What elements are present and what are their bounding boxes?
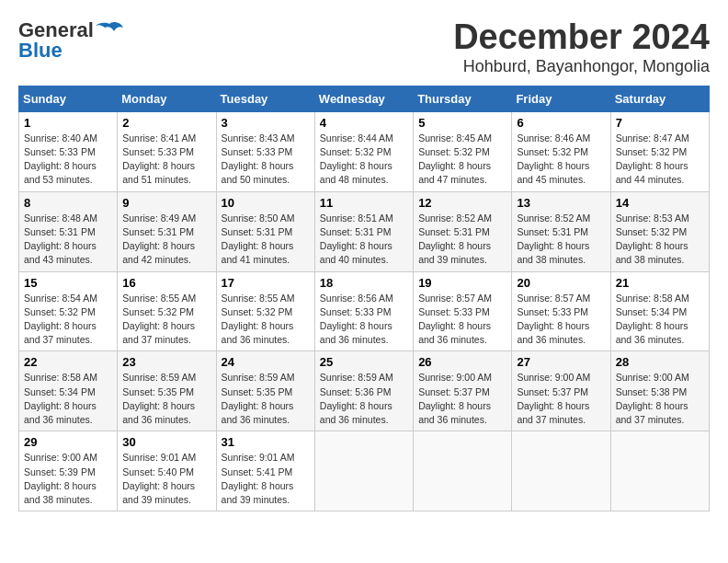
calendar-table: SundayMondayTuesdayWednesdayThursdayFrid… [18,86,710,511]
day-number: 1 [24,116,112,130]
weekday-header-monday: Monday [118,86,216,111]
day-number: 20 [517,276,605,290]
calendar-cell: 4 Sunrise: 8:44 AMSunset: 5:32 PMDayligh… [314,111,413,191]
logo: General Blue [18,18,123,63]
day-info: Sunrise: 8:52 AMSunset: 5:31 PMDaylight:… [517,213,590,266]
location-subtitle: Hohburd, Bayanhongor, Mongolia [453,57,710,76]
day-info: Sunrise: 9:01 AMSunset: 5:40 PMDaylight:… [122,452,196,505]
day-number: 5 [418,116,506,130]
calendar-cell: 23 Sunrise: 8:59 AMSunset: 5:35 PMDaylig… [118,351,216,431]
calendar-cell [512,431,610,511]
day-number: 30 [122,435,210,449]
calendar-cell: 12 Sunrise: 8:52 AMSunset: 5:31 PMDaylig… [414,191,512,271]
day-number: 4 [320,116,408,130]
day-info: Sunrise: 8:59 AMSunset: 5:36 PMDaylight:… [320,372,393,425]
calendar-week-row: 29 Sunrise: 9:00 AMSunset: 5:39 PMDaylig… [19,431,710,511]
day-number: 18 [320,276,408,290]
calendar-cell: 26 Sunrise: 9:00 AMSunset: 5:37 PMDaylig… [414,351,512,431]
weekday-header-thursday: Thursday [414,86,512,111]
calendar-cell [610,431,709,511]
day-number: 14 [616,196,704,210]
day-info: Sunrise: 8:50 AMSunset: 5:31 PMDaylight:… [222,213,295,266]
day-number: 17 [222,276,310,290]
day-info: Sunrise: 8:54 AMSunset: 5:32 PMDaylight:… [24,293,97,346]
title-block: December 2024 Hohburd, Bayanhongor, Mong… [453,18,710,76]
day-info: Sunrise: 8:59 AMSunset: 5:35 PMDaylight:… [122,372,196,425]
day-info: Sunrise: 9:00 AMSunset: 5:39 PMDaylight:… [24,452,97,505]
day-info: Sunrise: 8:55 AMSunset: 5:32 PMDaylight:… [122,293,196,346]
day-info: Sunrise: 8:49 AMSunset: 5:31 PMDaylight:… [122,213,196,266]
calendar-week-row: 15 Sunrise: 8:54 AMSunset: 5:32 PMDaylig… [19,271,710,351]
day-info: Sunrise: 8:44 AMSunset: 5:32 PMDaylight:… [320,132,393,186]
day-number: 3 [222,116,310,130]
day-info: Sunrise: 8:58 AMSunset: 5:34 PMDaylight:… [616,293,689,346]
calendar-cell: 25 Sunrise: 8:59 AMSunset: 5:36 PMDaylig… [314,351,413,431]
day-info: Sunrise: 8:45 AMSunset: 5:32 PMDaylight:… [418,132,492,186]
calendar-cell: 31 Sunrise: 9:01 AMSunset: 5:41 PMDaylig… [216,431,314,511]
calendar-cell: 30 Sunrise: 9:01 AMSunset: 5:40 PMDaylig… [118,431,216,511]
day-number: 13 [517,196,605,210]
page-header: General Blue December 2024 Hohburd, Baya… [18,18,710,76]
calendar-week-row: 8 Sunrise: 8:48 AMSunset: 5:31 PMDayligh… [19,191,710,271]
weekday-header-wednesday: Wednesday [314,86,413,111]
calendar-cell: 16 Sunrise: 8:55 AMSunset: 5:32 PMDaylig… [118,271,216,351]
day-info: Sunrise: 8:47 AMSunset: 5:32 PMDaylight:… [616,132,689,186]
logo-bird-icon [96,20,123,40]
day-info: Sunrise: 8:59 AMSunset: 5:35 PMDaylight:… [222,372,295,425]
calendar-cell: 20 Sunrise: 8:57 AMSunset: 5:33 PMDaylig… [512,271,610,351]
calendar-cell: 8 Sunrise: 8:48 AMSunset: 5:31 PMDayligh… [19,191,118,271]
day-info: Sunrise: 8:40 AMSunset: 5:33 PMDaylight:… [24,132,97,186]
day-number: 15 [24,276,112,290]
calendar-cell: 5 Sunrise: 8:45 AMSunset: 5:32 PMDayligh… [414,111,512,191]
weekday-header-saturday: Saturday [610,86,709,111]
calendar-cell: 13 Sunrise: 8:52 AMSunset: 5:31 PMDaylig… [512,191,610,271]
day-number: 31 [222,435,310,449]
day-info: Sunrise: 8:52 AMSunset: 5:31 PMDaylight:… [418,213,492,266]
calendar-cell [314,431,413,511]
day-info: Sunrise: 9:00 AMSunset: 5:37 PMDaylight:… [517,372,590,425]
calendar-cell: 29 Sunrise: 9:00 AMSunset: 5:39 PMDaylig… [19,431,118,511]
day-number: 16 [122,276,210,290]
day-number: 28 [616,355,704,369]
calendar-cell: 22 Sunrise: 8:58 AMSunset: 5:34 PMDaylig… [19,351,118,431]
day-number: 22 [24,355,112,369]
day-info: Sunrise: 9:00 AMSunset: 5:37 PMDaylight:… [418,372,492,425]
calendar-cell: 10 Sunrise: 8:50 AMSunset: 5:31 PMDaylig… [216,191,314,271]
day-info: Sunrise: 8:48 AMSunset: 5:31 PMDaylight:… [24,213,97,266]
day-number: 9 [122,196,210,210]
day-info: Sunrise: 8:57 AMSunset: 5:33 PMDaylight:… [517,293,590,346]
calendar-cell: 2 Sunrise: 8:41 AMSunset: 5:33 PMDayligh… [118,111,216,191]
calendar-week-row: 1 Sunrise: 8:40 AMSunset: 5:33 PMDayligh… [19,111,710,191]
day-number: 11 [320,196,408,210]
calendar-cell [414,431,512,511]
day-info: Sunrise: 9:00 AMSunset: 5:38 PMDaylight:… [616,372,689,425]
calendar-cell: 3 Sunrise: 8:43 AMSunset: 5:33 PMDayligh… [216,111,314,191]
day-info: Sunrise: 8:51 AMSunset: 5:31 PMDaylight:… [320,213,393,266]
calendar-week-row: 22 Sunrise: 8:58 AMSunset: 5:34 PMDaylig… [19,351,710,431]
day-number: 26 [418,355,506,369]
logo-blue-text: Blue [18,39,63,63]
calendar-cell: 6 Sunrise: 8:46 AMSunset: 5:32 PMDayligh… [512,111,610,191]
day-number: 6 [517,116,605,130]
calendar-cell: 9 Sunrise: 8:49 AMSunset: 5:31 PMDayligh… [118,191,216,271]
calendar-cell: 17 Sunrise: 8:55 AMSunset: 5:32 PMDaylig… [216,271,314,351]
day-info: Sunrise: 8:46 AMSunset: 5:32 PMDaylight:… [517,132,590,186]
day-info: Sunrise: 8:58 AMSunset: 5:34 PMDaylight:… [24,372,97,425]
day-number: 12 [418,196,506,210]
calendar-cell: 15 Sunrise: 8:54 AMSunset: 5:32 PMDaylig… [19,271,118,351]
calendar-cell: 1 Sunrise: 8:40 AMSunset: 5:33 PMDayligh… [19,111,118,191]
calendar-cell: 18 Sunrise: 8:56 AMSunset: 5:33 PMDaylig… [314,271,413,351]
day-number: 23 [122,355,210,369]
day-number: 7 [616,116,704,130]
weekday-header-friday: Friday [512,86,610,111]
weekday-header-row: SundayMondayTuesdayWednesdayThursdayFrid… [19,86,710,111]
day-number: 8 [24,196,112,210]
calendar-cell: 27 Sunrise: 9:00 AMSunset: 5:37 PMDaylig… [512,351,610,431]
calendar-cell: 24 Sunrise: 8:59 AMSunset: 5:35 PMDaylig… [216,351,314,431]
month-title: December 2024 [453,18,710,57]
calendar-cell: 21 Sunrise: 8:58 AMSunset: 5:34 PMDaylig… [610,271,709,351]
day-number: 19 [418,276,506,290]
calendar-cell: 7 Sunrise: 8:47 AMSunset: 5:32 PMDayligh… [610,111,709,191]
day-number: 25 [320,355,408,369]
day-number: 27 [517,355,605,369]
